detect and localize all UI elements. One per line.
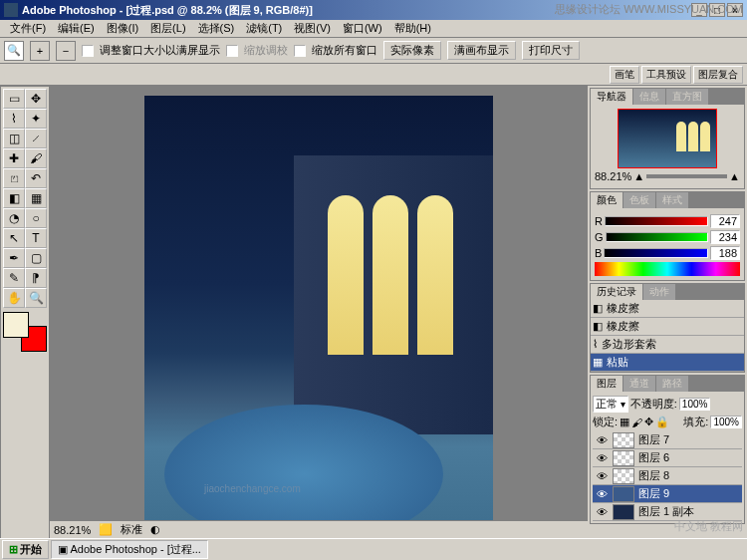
menu-filter[interactable]: 滤镜(T) [240,21,288,36]
notes-tool[interactable]: ✎ [3,268,25,288]
blend-mode-select[interactable]: 正常 ▾ [593,396,628,413]
visibility-icon[interactable]: 👁 [595,434,609,446]
r-value[interactable]: 247 [710,214,740,228]
menu-image[interactable]: 图像(I) [101,21,144,36]
history-item[interactable]: ◧橡皮擦 [591,300,744,318]
menu-layer[interactable]: 图层(L) [144,21,191,36]
fit-screen-button[interactable]: 满画布显示 [447,41,516,60]
heal-tool[interactable]: ✚ [3,148,25,168]
visibility-icon[interactable]: 👁 [595,452,609,464]
document-canvas[interactable]: jiaochenchangce.com [144,96,493,560]
lock-all-icon[interactable]: 🔒 [655,416,669,428]
zoom-in-icon[interactable]: + [30,41,50,61]
history-item[interactable]: ▦粘贴 [591,354,744,372]
foreground-color[interactable] [3,312,29,338]
layer-row[interactable]: 👁图层 7 [593,431,742,449]
menu-select[interactable]: 选择(S) [192,21,241,36]
panels: 导航器 信息 直方图 88.21% ▲ ▲ 颜色 [588,86,747,560]
b-slider[interactable] [604,248,708,258]
navigator-zoom-out-icon[interactable]: ▲ [633,170,644,182]
visibility-icon[interactable]: 👁 [595,506,609,518]
color-ramp[interactable] [595,262,740,276]
shape-tool[interactable]: ▢ [25,248,47,268]
slice-tool[interactable]: ⟋ [25,129,47,148]
tab-styles[interactable]: 样式 [656,192,689,208]
history-item[interactable]: ⌇多边形套索 [591,336,744,354]
tab-histogram[interactable]: 直方图 [666,89,709,105]
zoom-tool-icon[interactable]: 🔍 [4,41,24,61]
menu-window[interactable]: 窗口(W) [337,21,388,36]
resize-label: 调整窗口大小以满屏显示 [100,43,220,58]
navigator-zoom-slider[interactable] [646,174,727,178]
canvas-watermark: jiaochenchangce.com [204,483,301,494]
navigator-zoom-in-icon[interactable]: ▲ [729,170,740,182]
eyedropper-tool[interactable]: ⁋ [25,268,47,288]
tab-history[interactable]: 历史记录 [591,284,643,300]
actual-pixels-button[interactable]: 实际像素 [383,41,441,60]
tab-paths[interactable]: 路径 [656,376,689,392]
print-size-button[interactable]: 打印尺寸 [522,41,580,60]
start-button[interactable]: ⊞ 开始 [2,540,49,559]
b-value[interactable]: 188 [710,246,740,260]
lock-paint-icon[interactable]: 🖌 [631,417,642,428]
g-slider[interactable] [606,232,708,242]
menu-help[interactable]: 帮助(H) [388,21,437,36]
zoom-tighten-checkbox[interactable] [226,45,238,57]
layer-row[interactable]: 👁图层 6 [593,449,742,467]
layer-row[interactable]: 👁图层 8 [593,467,742,485]
navigator-thumbnail[interactable] [618,109,717,168]
opacity-label: 不透明度: [630,397,677,412]
type-tool[interactable]: T [25,228,47,248]
toolbox: ▭ ✥ ⌇ ✦ ◫ ⟋ ✚ 🖌 ⏍ ↶ ◧ ▦ ◔ ○ ↖ T ✒ ▢ ✎ ⁋ … [0,86,50,560]
menu-file[interactable]: 文件(F) [4,21,52,36]
path-tool[interactable]: ↖ [3,228,25,248]
status-zoom[interactable]: 88.21% [54,524,91,536]
lock-move-icon[interactable]: ✥ [644,416,653,428]
gradient-tool[interactable]: ▦ [25,188,47,208]
status-label: 标准 [121,522,142,537]
palette-well: 画笔 工具预设 图层复合 [0,64,747,86]
tab-actions[interactable]: 动作 [643,284,676,300]
g-value[interactable]: 234 [710,230,740,244]
tab-swatches[interactable]: 色板 [623,192,656,208]
dodge-tool[interactable]: ○ [25,208,47,228]
tab-color[interactable]: 颜色 [591,192,623,208]
blur-tool[interactable]: ◔ [3,208,25,228]
lasso-tool[interactable]: ⌇ [3,109,25,129]
fill-input[interactable]: 100% [710,416,742,428]
zoom-tighten-label: 缩放调校 [244,43,288,58]
tab-channels[interactable]: 通道 [623,376,656,392]
history-item[interactable]: ◧橡皮擦 [591,318,744,336]
history-brush-tool[interactable]: ↶ [25,168,47,188]
palette-brushes[interactable]: 画笔 [610,66,639,84]
visibility-icon[interactable]: 👁 [595,470,609,482]
opacity-input[interactable]: 100% [679,398,711,411]
stamp-tool[interactable]: ⏍ [3,168,25,188]
palette-tool-presets[interactable]: 工具预设 [641,66,691,84]
lasso-icon: ⌇ [593,338,598,351]
zoom-tool[interactable]: 🔍 [25,288,47,308]
hand-tool[interactable]: ✋ [3,288,25,308]
eraser-tool[interactable]: ◧ [3,188,25,208]
menu-view[interactable]: 视图(V) [288,21,337,36]
tab-layers[interactable]: 图层 [591,376,623,392]
resize-checkbox[interactable] [82,45,94,57]
wand-tool[interactable]: ✦ [25,109,47,129]
canvas-area[interactable]: jiaochenchangce.com [50,86,588,560]
crop-tool[interactable]: ◫ [3,129,25,148]
marquee-tool[interactable]: ▭ [3,89,25,109]
taskbar-item[interactable]: ▣ Adobe Photoshop - [过程... [51,540,208,559]
move-tool[interactable]: ✥ [25,89,47,109]
visibility-icon[interactable]: 👁 [595,488,609,500]
r-slider[interactable] [605,216,708,226]
zoom-all-checkbox[interactable] [294,45,306,57]
layer-row[interactable]: 👁图层 9 [593,485,742,503]
palette-layer-comps[interactable]: 图层复合 [693,66,743,84]
menu-edit[interactable]: 编辑(E) [52,21,101,36]
pen-tool[interactable]: ✒ [3,248,25,268]
brush-tool[interactable]: 🖌 [25,148,47,168]
tab-info[interactable]: 信息 [633,89,666,105]
lock-trans-icon[interactable]: ▦ [620,416,629,428]
tab-navigator[interactable]: 导航器 [591,89,633,105]
zoom-out-icon[interactable]: − [56,41,76,61]
